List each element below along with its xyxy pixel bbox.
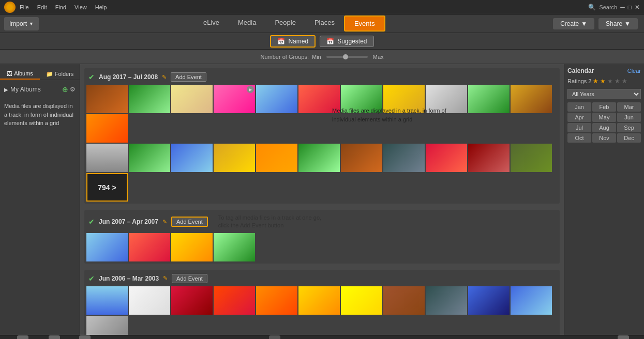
photo-cell[interactable] bbox=[511, 144, 552, 172]
sub-navigation: 📅 Named 📅 Suggested bbox=[0, 33, 644, 50]
maximize-btn[interactable]: □ bbox=[628, 4, 632, 11]
photo-cell[interactable] bbox=[171, 144, 213, 172]
years-select[interactable]: All Years bbox=[567, 89, 641, 99]
month-dec[interactable]: Dec bbox=[617, 133, 641, 143]
nav-events[interactable]: Events bbox=[344, 16, 385, 32]
import-button[interactable]: Import ▼ bbox=[4, 17, 39, 30]
share-button[interactable]: Share ▼ bbox=[598, 18, 638, 29]
photo-cell[interactable] bbox=[426, 85, 467, 113]
month-aug[interactable]: Aug bbox=[592, 123, 616, 132]
calendar-view-button[interactable]: ⊞ Calendar bbox=[606, 334, 640, 339]
photo-cell[interactable] bbox=[86, 286, 128, 315]
photo-cell[interactable] bbox=[129, 286, 170, 315]
check-icon-3: ✔ bbox=[88, 274, 95, 283]
settings-icon[interactable]: ⚙ bbox=[70, 86, 76, 93]
nav-places[interactable]: Places bbox=[305, 16, 344, 32]
photo-cell[interactable] bbox=[298, 286, 340, 315]
nav-media[interactable]: Media bbox=[229, 16, 265, 32]
edit-icon-2: ✎ bbox=[162, 219, 167, 225]
month-nov[interactable]: Nov bbox=[592, 133, 616, 143]
photo-cell[interactable] bbox=[256, 286, 297, 315]
star-5[interactable]: ★ bbox=[622, 78, 627, 85]
photo-cell[interactable] bbox=[511, 85, 552, 113]
photo-cell[interactable] bbox=[341, 144, 382, 172]
photo-cell[interactable] bbox=[426, 286, 467, 315]
photo-cell[interactable] bbox=[468, 85, 510, 113]
photo-cell[interactable] bbox=[171, 286, 213, 315]
month-mar[interactable]: Mar bbox=[617, 102, 641, 112]
photo-cell[interactable] bbox=[171, 233, 213, 261]
photo-cell[interactable] bbox=[468, 286, 510, 315]
menu-edit[interactable]: Edit bbox=[37, 4, 47, 10]
photo-cell[interactable] bbox=[129, 144, 170, 172]
photo-cell[interactable] bbox=[298, 85, 340, 113]
photo-cell-person[interactable] bbox=[86, 144, 128, 172]
month-apr[interactable]: Apr bbox=[567, 113, 591, 122]
sidebar-tooltip: Media files are displayed in a track, in… bbox=[0, 96, 80, 134]
month-feb[interactable]: Feb bbox=[592, 102, 616, 112]
month-oct[interactable]: Oct bbox=[567, 133, 591, 143]
photo-cell[interactable] bbox=[214, 144, 255, 172]
menu-view[interactable]: View bbox=[74, 4, 87, 10]
right-nav: Create ▼ Share ▼ bbox=[553, 18, 644, 29]
nav-people[interactable]: People bbox=[265, 16, 305, 32]
clear-link[interactable]: Clear bbox=[627, 68, 641, 74]
photo-cell[interactable] bbox=[256, 144, 297, 172]
close-btn[interactable]: ✕ bbox=[635, 4, 640, 11]
photo-cell[interactable] bbox=[86, 316, 128, 335]
month-sep[interactable]: Sep bbox=[617, 123, 641, 132]
undo-button[interactable]: ↩ Undo bbox=[42, 334, 67, 339]
nav-elive[interactable]: eLive bbox=[194, 16, 229, 32]
month-jan[interactable]: Jan bbox=[567, 102, 591, 112]
photo-cell[interactable] bbox=[383, 144, 425, 172]
photo-grid-2 bbox=[86, 233, 558, 261]
photo-cell[interactable] bbox=[129, 85, 170, 113]
photo-cell[interactable]: ▶ bbox=[214, 85, 255, 113]
tab-albums[interactable]: 🖼 Albums bbox=[0, 68, 40, 80]
slideshow-button[interactable]: ▶ Slideshow bbox=[67, 334, 103, 339]
star-3[interactable]: ★ bbox=[607, 78, 613, 85]
add-album-icon[interactable]: ⊕ bbox=[62, 85, 68, 94]
search-label[interactable]: Search bbox=[599, 4, 617, 10]
photo-cell[interactable] bbox=[341, 286, 382, 315]
photo-cell[interactable] bbox=[511, 286, 552, 315]
photo-cell[interactable] bbox=[383, 85, 425, 113]
menu-find[interactable]: Find bbox=[55, 4, 66, 10]
photo-cell[interactable] bbox=[383, 286, 425, 315]
add-event-bottom-button[interactable]: + Add Event bbox=[263, 335, 287, 339]
star-2[interactable]: ★ bbox=[600, 78, 606, 85]
photo-cell[interactable] bbox=[426, 144, 467, 172]
photo-cell[interactable] bbox=[86, 114, 128, 143]
photo-count-1[interactable]: 794 > bbox=[86, 173, 128, 202]
minimize-btn[interactable]: ─ bbox=[620, 4, 625, 11]
add-event-btn-1[interactable]: Add Event bbox=[171, 72, 206, 82]
photo-cell[interactable] bbox=[129, 233, 170, 261]
photo-cell[interactable] bbox=[86, 233, 128, 261]
photo-cell[interactable] bbox=[86, 85, 128, 113]
photo-cell[interactable] bbox=[341, 85, 382, 113]
photo-cell[interactable] bbox=[468, 144, 510, 172]
add-event-bottom-icon: + bbox=[269, 335, 280, 339]
menu-help[interactable]: Help bbox=[95, 4, 107, 10]
add-event-btn-3[interactable]: Add Event bbox=[172, 274, 207, 283]
groups-slider[interactable] bbox=[326, 56, 368, 58]
create-button[interactable]: Create ▼ bbox=[553, 18, 594, 29]
photo-cell[interactable] bbox=[214, 233, 255, 261]
photo-cell[interactable] bbox=[171, 85, 213, 113]
month-may[interactable]: May bbox=[592, 113, 616, 122]
suggested-button[interactable]: 📅 Suggested bbox=[320, 36, 373, 47]
photo-cell[interactable] bbox=[298, 144, 340, 172]
photo-cell[interactable] bbox=[256, 85, 297, 113]
named-button[interactable]: 📅 Named bbox=[270, 35, 316, 48]
my-albums-header[interactable]: ▶ My Albums ⊕ ⚙ bbox=[0, 83, 80, 96]
create-arrow-icon: ▼ bbox=[581, 20, 587, 27]
month-jun[interactable]: Jun bbox=[617, 113, 641, 122]
photo-cell[interactable] bbox=[214, 286, 255, 315]
star-1[interactable]: ★ bbox=[593, 78, 598, 85]
month-jul[interactable]: Jul bbox=[567, 123, 591, 132]
tab-folders[interactable]: 📁 Folders bbox=[40, 68, 80, 80]
star-4[interactable]: ★ bbox=[615, 78, 620, 85]
menu-file[interactable]: File bbox=[20, 4, 29, 10]
add-event-btn-2[interactable]: Add Event bbox=[171, 217, 208, 227]
hide-panel-button[interactable]: ◧ Hide Panel bbox=[4, 334, 42, 339]
